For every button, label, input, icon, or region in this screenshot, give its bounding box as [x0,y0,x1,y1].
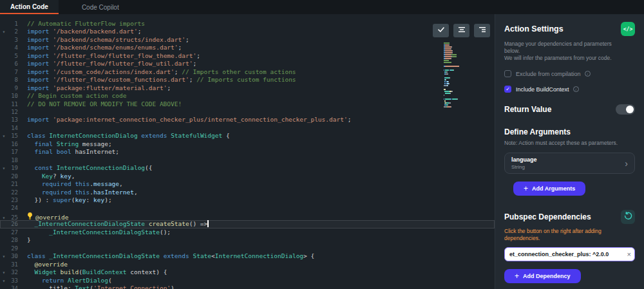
code-line: 17 final bool hasInternet; [0,148,495,156]
code-line: ▾33 return AlertDialog( [0,277,495,284]
argument-type: String [511,164,537,170]
code-token: ; [189,76,196,83]
minimap-line [444,70,459,71]
code-token: class [27,132,46,139]
undo-icon [624,212,632,222]
line-number: 5 [8,52,18,60]
code-token: _InternetConnectionDialogState [34,220,145,227]
code-token: import [27,76,49,83]
argument-item-language[interactable]: language String › [504,153,635,174]
add-arguments-button[interactable]: + Add Arguments [513,182,585,196]
line-number: 20 [8,172,18,180]
minimap-line [444,81,459,82]
code-editor[interactable]: 1// Automatic FlutterFlow imports▾2impor… [0,14,495,289]
line-number: 13 [8,116,18,124]
code-token: context) { [127,268,167,275]
code-token: super [53,196,71,203]
exclude-from-compilation-row: Exclude from compilation i [504,70,635,77]
code-line: 10// Begin custom action code [0,92,495,100]
line-number: 1 [8,20,18,28]
code-token: this [75,189,90,196]
code-line: 11// DO NOT REMOVE OR MODIFY THE CODE AB… [0,100,495,108]
code-token: ; [196,52,200,59]
validate-code-button[interactable] [433,24,449,37]
format-center-button[interactable] [453,24,469,37]
minimap-line [444,87,459,88]
code-line: 31 @override [0,261,495,268]
clear-input-icon[interactable]: × [627,250,631,259]
plus-icon: + [524,186,528,191]
tab-action-code[interactable]: Action Code [0,0,59,14]
code-line: 16 final String message; [0,140,495,148]
code-line: 23 }) : super(key: key); [0,196,495,204]
code-line: ▾19 const InternetConnectionDialog({ [0,164,495,172]
minimap-line [444,79,459,80]
code-token: import [27,116,49,123]
code-token: StatefulWidget [171,132,222,139]
code-token: ; [175,68,182,75]
minimap-line [444,58,459,59]
line-number: 21 [8,180,18,188]
code-line: 7import '/custom_code/actions/index.dart… [0,68,495,76]
minimap[interactable] [444,42,459,108]
include-buildcontext-checkbox[interactable]: ✓ [504,86,511,93]
line-number: 28 [8,236,18,244]
line-number: 9 [8,84,18,92]
code-token: required [42,189,71,196]
code-token [27,268,34,275]
code-line: 34 title: Text('Internet Connection'), [0,284,495,289]
custom-code-button[interactable]: </> [621,22,635,36]
minimap-line [444,50,459,51]
add-dependency-button[interactable]: + Add Dependency [504,269,581,283]
format-code-button[interactable] [474,24,490,37]
pubspec-dependencies-title: Pubspec Dependencies [504,212,591,221]
code-token: '/flutter_flow/flutter_flow_util.dart' [53,60,193,67]
code-token: // Imports other custom actions [182,68,296,75]
code-token [27,228,49,236]
code-line: 20 Key? key, [0,172,495,180]
code-token: ; [178,44,182,51]
code-token: // DO NOT REMOVE OR MODIFY THE CODE ABOV… [27,100,182,107]
pubspec-warning-text: Click the button on the right after addi… [504,228,620,242]
define-arguments-note: Note: Action must accept these as parame… [504,140,635,146]
line-number: 15 [8,132,18,140]
code-line: 4import '/backend/schema/enums/enums.dar… [0,44,495,51]
code-line: 29 [0,245,495,252]
refresh-dependencies-button[interactable] [621,210,635,224]
line-number: 26 [8,220,18,228]
code-token: @override [35,214,68,221]
return-value-toggle[interactable] [616,104,635,115]
code-lines[interactable]: 1// Automatic FlutterFlow imports▾2impor… [0,14,495,289]
code-line: 14 [0,124,495,132]
code-line: 26 _InternetConnectionDialogState create… [0,220,495,228]
code-line: 27 _InternetConnectionDialogState(); [0,228,495,236]
code-token: 'package:flutter/material.dart' [53,84,167,91]
code-token [27,180,42,187]
action-settings-panel: Action Settings </> Manage your dependen… [495,14,644,289]
code-token: bool [57,148,71,155]
dependency-input[interactable] [505,248,634,261]
code-token [27,261,34,268]
minimap-line [444,42,459,44]
line-number: 11 [8,100,18,108]
minimap-line [444,85,459,86]
minimap-line [444,106,459,107]
line-number: 10 [8,92,18,100]
info-icon: i [585,71,591,77]
code-token: '/backend/schema/enums/enums.dart' [53,44,178,51]
code-token: message [93,180,119,187]
line-number: 22 [8,189,18,196]
code-token: Key [42,172,53,180]
code-token: this [75,180,90,187]
line-number: 6 [8,60,18,68]
code-line: ▾2import '/backend/backend.dart'; [0,28,495,35]
line-number: 7 [8,68,18,76]
check-icon [437,26,445,35]
code-token: ); [104,196,111,203]
minimap-line [444,104,459,106]
code-line: 21 required this.message, [0,180,495,188]
exclude-from-compilation-checkbox[interactable] [504,70,511,77]
minimap-line [444,52,459,53]
minimap-line [444,93,459,94]
tab-code-copilot[interactable]: Code Copilot [71,0,129,14]
